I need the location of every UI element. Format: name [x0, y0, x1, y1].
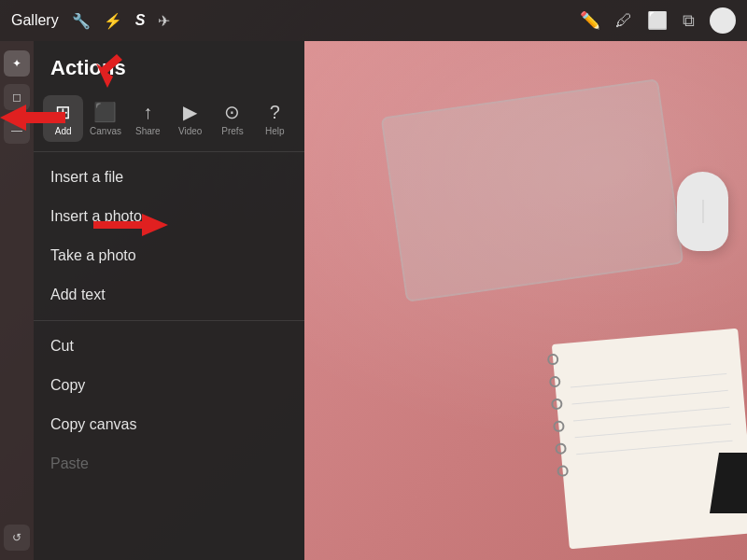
menu-item-cut[interactable]: Cut: [34, 327, 304, 366]
menu-item-add-text[interactable]: Add text: [34, 275, 304, 315]
video-tab-icon: ▶: [183, 101, 197, 123]
canvas-tab-icon: ⬛: [93, 101, 117, 123]
notebook-lines: [552, 329, 747, 456]
menu-item-paste[interactable]: Paste: [34, 444, 304, 483]
tab-help[interactable]: ? Help: [255, 96, 295, 142]
layers-icon[interactable]: ⧉: [683, 11, 695, 31]
gallery-label[interactable]: Gallery: [11, 12, 59, 29]
topbar-left: Gallery 🔧 ⚡ S ✈: [11, 12, 170, 30]
menu-section-clipboard: Cut Copy Copy canvas Paste: [34, 321, 304, 489]
menu-item-insert-photo[interactable]: Insert a photo: [34, 197, 304, 236]
move-icon: —: [11, 124, 22, 137]
notebook-decoration: [552, 329, 747, 550]
wrench-icon[interactable]: 🔧: [72, 12, 91, 30]
tab-prefs-label: Prefs: [221, 126, 243, 136]
spiral-ring: [551, 398, 563, 410]
spiral-ring: [555, 442, 567, 455]
avatar[interactable]: [710, 7, 736, 34]
laptop-decoration: [381, 78, 684, 302]
topbar-right: ✏️ 🖊 ⬜ ⧉: [580, 7, 736, 34]
menu-item-insert-file[interactable]: Insert a file: [34, 158, 304, 197]
tab-add-label: Add: [55, 126, 72, 136]
menu-item-copy[interactable]: Copy: [34, 366, 304, 405]
menu-item-copy-canvas[interactable]: Copy canvas: [34, 405, 304, 444]
pen-outline-icon[interactable]: 🖊: [615, 11, 632, 31]
help-tab-icon: ?: [270, 102, 280, 123]
mouse-line: [702, 200, 703, 223]
spiral-ring: [547, 354, 559, 366]
sidebar-btn-modify[interactable]: ✦: [4, 50, 30, 77]
tab-canvas-label: Canvas: [90, 126, 121, 136]
tab-canvas[interactable]: ⬛ Canvas: [85, 95, 125, 142]
tab-share[interactable]: ↑ Share: [128, 96, 168, 142]
sidebar-btn-undo[interactable]: ↺: [4, 525, 30, 551]
select-icon: ◻: [12, 91, 21, 104]
menu-section-insert: Insert a file Insert a photo Take a phot…: [34, 152, 304, 320]
spiral-ring: [553, 420, 565, 432]
send-icon[interactable]: ✈: [158, 12, 170, 30]
actions-title: Actions: [34, 41, 304, 91]
undo-icon: ↺: [12, 531, 21, 544]
tab-prefs[interactable]: ⊙ Prefs: [212, 95, 252, 142]
mouse-decoration: [677, 172, 728, 251]
eraser-icon[interactable]: ⬜: [647, 10, 668, 31]
tab-help-label: Help: [265, 126, 285, 136]
menu-item-take-photo[interactable]: Take a photo: [34, 236, 304, 275]
tab-video[interactable]: ▶ Video: [170, 95, 210, 142]
pen-blue-icon[interactable]: ✏️: [580, 10, 600, 31]
sidebar-btn-move[interactable]: —: [4, 118, 30, 144]
tab-video-label: Video: [178, 126, 202, 136]
modify-icon: ✦: [12, 57, 21, 70]
tab-share-label: Share: [135, 126, 161, 136]
lightning-icon[interactable]: ⚡: [104, 12, 122, 30]
spiral-ring: [549, 375, 561, 387]
actions-panel: Actions ⊞ Add ⬛ Canvas ↑ Share ▶ Video ⊙…: [34, 41, 304, 560]
topbar: Gallery 🔧 ⚡ S ✈ ✏️ 🖊 ⬜ ⧉: [0, 0, 747, 41]
tab-add[interactable]: ⊞ Add: [43, 95, 83, 142]
sidebar-btn-select[interactable]: ◻: [4, 84, 30, 110]
share-tab-icon: ↑: [143, 102, 152, 123]
desk-area: [308, 41, 747, 560]
spiral-ring: [557, 465, 569, 477]
prefs-tab-icon: ⊙: [224, 101, 240, 123]
sidebar-bottom: ↺: [4, 525, 30, 551]
s-icon[interactable]: S: [135, 12, 146, 29]
sidebar: ✦ ◻ — ↺: [0, 41, 34, 560]
add-tab-icon: ⊞: [55, 101, 71, 123]
actions-tabs: ⊞ Add ⬛ Canvas ↑ Share ▶ Video ⊙ Prefs ?…: [34, 91, 304, 151]
